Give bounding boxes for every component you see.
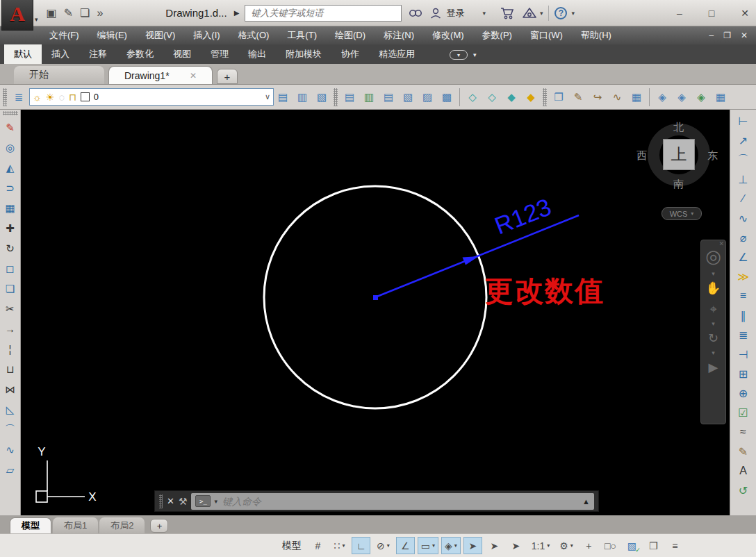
chevron-down-icon[interactable]: ▾ (712, 349, 715, 357)
menu-item[interactable]: 文件(F) (40, 26, 88, 44)
chevron-down-icon[interactable]: ▾ (482, 10, 486, 17)
menu-item[interactable]: 帮助(H) (572, 26, 621, 44)
dim-jogged-icon[interactable]: ∿ (735, 208, 752, 228)
ortho-button[interactable]: ∟ (352, 537, 370, 554)
menu-item[interactable]: 视图(V) (136, 26, 184, 44)
menu-item[interactable]: 标注(N) (375, 26, 423, 44)
toolbar-grip[interactable] (543, 88, 547, 106)
dim-arc-length-icon[interactable]: ⌒ (735, 150, 752, 169)
dim-baseline-icon[interactable]: ≡ (735, 286, 752, 306)
chevron-down-icon[interactable]: ∨ (265, 92, 270, 101)
break-at-point-icon[interactable]: ¦ (2, 339, 19, 359)
crosshair-button[interactable]: + (580, 537, 598, 554)
dim-text-edit-icon[interactable]: A (735, 461, 752, 481)
annotation-scale-button[interactable]: 1:1 (528, 537, 553, 554)
layer-walk-icon[interactable]: ▨ (418, 88, 436, 106)
layer-on-icon[interactable]: ☼ (33, 92, 42, 103)
search-icon[interactable] (409, 8, 422, 19)
selection-cycling-button[interactable]: ➤ (463, 537, 482, 554)
center-grip[interactable] (373, 295, 378, 300)
model-space-button[interactable]: 模型 (278, 540, 306, 552)
menu-item[interactable]: 修改(M) (423, 26, 473, 44)
menu-item[interactable]: 格式(O) (229, 26, 279, 44)
polar-tracking-button[interactable]: ⊘ (373, 537, 393, 554)
copy-icon[interactable]: ◎ (2, 138, 19, 158)
chevron-down-icon[interactable]: ▾ (214, 498, 217, 505)
quick-dimension-icon[interactable]: ≫ (735, 267, 752, 286)
scale-icon[interactable]: ◻ (2, 258, 19, 278)
command-history-expand-icon[interactable]: ▲ (582, 497, 590, 506)
layer-freeze-vp-icon[interactable]: ◌ (58, 92, 64, 103)
help-search-box[interactable] (245, 5, 402, 22)
osnap-tracking-button[interactable]: ∠ (396, 537, 415, 554)
search-input[interactable] (249, 7, 397, 19)
block-attribute-icon[interactable]: ◈ (673, 88, 691, 106)
wrench-icon[interactable]: ⚒ (179, 496, 188, 507)
dim-diameter-icon[interactable]: ⌀ (735, 228, 752, 247)
tab-featured-apps[interactable]: 精选应用 (369, 44, 425, 64)
viewcube-east[interactable]: 东 (707, 149, 718, 163)
plot-icon[interactable]: ❏ (80, 6, 90, 19)
lock-layer-icon[interactable]: ◆ (502, 88, 520, 106)
layer-isolate-icon[interactable]: ▤ (340, 88, 359, 106)
grid-display-button[interactable]: # (309, 537, 327, 554)
tab-layout2[interactable]: 布局2 (99, 517, 145, 533)
pan-icon[interactable]: ✋ (705, 278, 721, 299)
layer-previous-icon[interactable]: ▧ (313, 88, 331, 106)
viewcube-north[interactable]: 北 (673, 121, 684, 134)
close-icon[interactable]: ✕ (167, 496, 174, 506)
chevron-down-icon[interactable]: ▾ (35, 16, 38, 23)
dim-jog-line-icon[interactable]: ≈ (735, 422, 752, 442)
chevron-down-icon[interactable]: ▾ (540, 10, 543, 17)
unlock-layer-icon[interactable]: ◆ (522, 88, 540, 106)
trim-icon[interactable]: ✂ (2, 299, 19, 319)
dim-ordinate-icon[interactable]: ⊥ (735, 169, 752, 189)
menu-item[interactable]: 参数(P) (473, 26, 521, 44)
layer-unisolate-icon[interactable]: ▥ (360, 88, 378, 106)
layer-match-icon[interactable]: ▥ (293, 88, 311, 106)
erase-icon[interactable]: ✎ (2, 117, 19, 138)
break-icon[interactable]: ⊔ (2, 359, 19, 379)
customization-button[interactable]: ≡ (666, 537, 684, 554)
tab-parametric[interactable]: 参数化 (117, 44, 163, 64)
mdi-minimize-button[interactable]: – (709, 31, 714, 40)
dim-break-icon[interactable]: ⊣ (735, 344, 752, 364)
menu-item[interactable]: 工具(T) (278, 26, 326, 44)
layer-unlock-icon[interactable]: ⊓ (69, 92, 76, 103)
close-icon[interactable]: ✕ (190, 71, 197, 81)
layer-off-icon[interactable]: ▧ (399, 88, 417, 106)
clean-screen-button[interactable]: ❒ (644, 537, 663, 554)
showmotion-icon[interactable]: ▶ (709, 357, 718, 378)
command-line-grip[interactable] (159, 494, 163, 508)
layer-color-swatch[interactable] (81, 92, 90, 101)
viewcube-south[interactable]: 南 (673, 178, 684, 191)
tab-annotate[interactable]: 注释 (79, 44, 117, 64)
more-tools-icon[interactable]: » (97, 7, 103, 19)
edit-polyline-icon[interactable]: ↪ (589, 88, 607, 106)
tab-insert[interactable]: 插入 (42, 44, 79, 64)
edit-attribute-icon[interactable]: ◈ (653, 88, 671, 106)
command-line[interactable]: ✕ ⚒ >_ ▾ ▲ (154, 490, 599, 512)
sign-in-label[interactable]: 登录 (446, 7, 464, 19)
title-expand-icon[interactable]: ▶ (234, 9, 240, 17)
array-icon[interactable]: ▦ (2, 198, 19, 218)
dim-linear-icon[interactable]: ⊢ (735, 111, 752, 131)
dim-update-icon[interactable]: ↺ (735, 481, 752, 500)
qsave-icon[interactable]: ▣ (47, 6, 57, 19)
edit-spline-icon[interactable]: ∿ (608, 88, 626, 106)
new-layout-button[interactable]: + (150, 519, 168, 533)
offset-icon[interactable]: ⊃ (2, 178, 19, 198)
annotation-visibility-button[interactable]: ➤ (507, 537, 525, 554)
fillet-icon[interactable]: ⌒ (2, 419, 19, 440)
freeze-layer-icon[interactable]: ◇ (463, 88, 482, 106)
chevron-down-icon[interactable]: ▾ (712, 269, 715, 278)
center-mark-icon[interactable]: ⊕ (735, 383, 752, 403)
isolate-objects-button[interactable]: □○ (601, 537, 620, 554)
tab-output[interactable]: 输出 (238, 44, 276, 64)
chevron-down-icon[interactable]: ▾ (571, 10, 575, 17)
region-icon[interactable]: ▱ (2, 460, 19, 480)
workspace-switching-button[interactable]: ⚙ (556, 537, 577, 554)
dim-radius-icon[interactable]: ∕ (735, 189, 752, 208)
dim-space-icon[interactable]: ≣ (735, 325, 752, 344)
viewcube-top-face[interactable]: 上 (663, 139, 695, 170)
